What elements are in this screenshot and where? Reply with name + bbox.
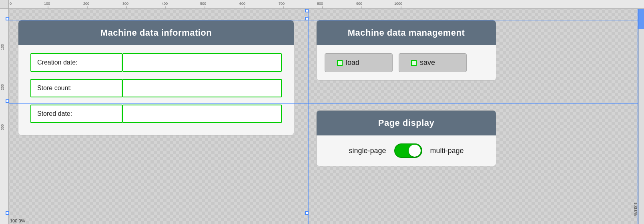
ruler-top: 0 100 200 300 400 500 600 700 800 900 10… [9,0,644,9]
ruler-left: 100 200 300 [0,9,9,224]
page-display-card: Page display single-page multi-page [316,110,496,166]
tick-600: 600 [239,2,245,6]
corner-handle-tr[interactable] [305,17,309,20]
creation-date-row: Creation date: [30,53,282,72]
load-checkbox [337,60,343,66]
guide-h-2 [0,103,644,104]
load-button[interactable]: load [325,53,393,72]
machine-data-mgmt-body: load save [317,45,496,80]
save-checkbox [411,60,417,66]
stored-date-label: Stored date: [30,105,122,123]
tick-100: 100 [44,2,50,6]
save-button[interactable]: save [399,53,467,72]
store-count-label: Store count: [30,79,122,97]
tick-800: 800 [317,2,323,6]
ruler-handle-top[interactable] [305,9,309,12]
corner-handle-tl[interactable] [6,17,9,20]
tick-200: 200 [83,2,89,6]
tick-300: 300 [122,2,128,6]
ruler-handle-left[interactable] [6,99,9,103]
right-scrollbar[interactable] [638,9,644,224]
store-count-value[interactable] [122,79,282,97]
stored-date-value[interactable] [122,105,282,123]
scrollbar-thumb-v[interactable] [638,9,644,29]
ruler-top-ticks [9,6,644,9]
tick-1000: 1000 [394,2,402,6]
corner-handle-br[interactable] [305,211,309,215]
tick-0: 0 [10,2,12,6]
creation-date-value[interactable] [122,53,282,72]
tick-v-200: 200 [0,84,4,90]
store-count-row: Store count: [30,79,282,97]
tick-v-300: 300 [0,124,4,130]
stored-date-row: Stored date: [30,105,282,123]
corner-handle-bl[interactable] [6,211,9,215]
tick-700: 700 [279,2,285,6]
creation-date-label: Creation date: [30,53,122,72]
page-display-body: single-page multi-page [317,135,496,166]
zoom-label: 100.0% [10,218,25,223]
toggle-track[interactable] [394,143,422,158]
machine-data-info-title: Machine data information [18,20,294,45]
ruler-corner [0,0,9,9]
single-page-label: single-page [349,147,386,155]
toggle-thumb [409,145,421,157]
machine-data-info-card: Machine data information Creation date: … [18,20,294,135]
guide-h-1 [0,20,644,20]
guide-v-left [9,0,9,224]
load-label: load [346,59,359,67]
guide-v-1 [308,0,309,224]
machine-data-info-body: Creation date: Store count: Stored date: [18,45,294,135]
tick-900: 900 [356,2,362,6]
page-display-title: Page display [317,111,496,135]
multi-page-label: multi-page [430,147,464,155]
tick-400: 400 [162,2,168,6]
save-label: save [420,59,435,67]
tick-500: 500 [200,2,206,6]
zoom-label-right: 100.0% [633,202,638,216]
machine-data-mgmt-card: Machine data management load save [316,20,496,81]
tick-v-100: 100 [0,44,4,50]
page-display-toggle[interactable] [394,143,422,158]
machine-data-mgmt-title: Machine data management [317,20,496,45]
